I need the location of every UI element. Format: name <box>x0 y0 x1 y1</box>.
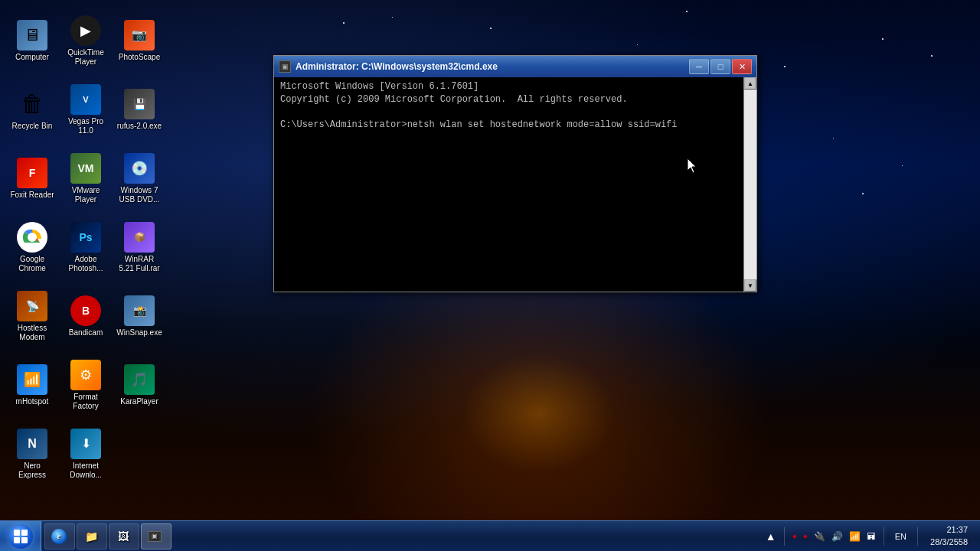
foxit-label: Foxit Reader <box>10 191 54 200</box>
desktop-icon-rufus[interactable]: 💾 rufus-2.0.exe <box>113 75 165 144</box>
taskbar-explorer-icon: 📁 <box>83 529 99 544</box>
desktop-icon-winsnap[interactable]: 📸 WinSnap.exe <box>113 282 165 350</box>
photoscape-label: PhotoScape <box>119 53 161 62</box>
mhotspot-icon: 📶 <box>17 364 47 395</box>
desktop-icon-mhotspot[interactable]: 📶 mHotspot <box>6 350 58 419</box>
desktop-icon-quicktime[interactable]: ▶ QuickTime Player <box>60 6 112 75</box>
taskbar-ie-icon: e <box>51 529 67 544</box>
desktop-icon-photoscape[interactable]: 📷 PhotoScape <box>113 6 165 75</box>
tray-storage-icon: 🖬 <box>865 531 877 542</box>
bandicam-icon: B <box>70 295 101 326</box>
taskbar-explorer-button[interactable]: 📁 <box>77 523 107 549</box>
mhotspot-label: mHotspot <box>16 397 49 406</box>
vmware-label: VMware Player <box>63 186 109 204</box>
language-indicator[interactable]: EN <box>890 532 911 541</box>
taskbar: e 📁 🖼 ▣ ▲ ● ● 🔌 🔊 📶 🖬 <box>0 520 980 551</box>
taskbar-media-button[interactable]: 🖼 <box>109 523 139 549</box>
recycle-icon: 🗑 <box>17 89 47 119</box>
taskbar-cmd-button[interactable]: ▣ <box>141 523 172 549</box>
format-label: Format Factory <box>63 393 109 411</box>
rufus-label: rufus-2.0.exe <box>117 122 162 131</box>
tray-wifi-icon[interactable]: 📶 <box>848 531 862 542</box>
desktop-icon-vmware[interactable]: VM VMware Player <box>60 144 112 213</box>
hostless-icon: 📡 <box>17 291 47 321</box>
clock-date: 28/3/2558 <box>930 536 968 548</box>
nero-label: Nero Express <box>9 461 55 480</box>
cmd-line2: Copyright (c) 2009 Microsoft Corporation… <box>280 93 735 106</box>
foxit-icon: F <box>17 158 47 188</box>
vegas-label: Vegas Pro 11.0 <box>63 117 109 135</box>
desktop-icon-format[interactable]: ⚙ Format Factory <box>60 350 112 419</box>
desktop-icon-photoshop[interactable]: Ps Adobe Photosh... <box>60 213 112 282</box>
recycle-label: Recycle Bin <box>12 122 53 131</box>
taskbar-media-icon: 🖼 <box>116 529 131 544</box>
winsnap-label: WinSnap.exe <box>116 328 162 337</box>
kara-icon: 🎵 <box>124 364 155 395</box>
desktop-icon-recycle[interactable]: 🗑 Recycle Bin <box>6 75 58 144</box>
tray-expand-button[interactable]: ▲ <box>764 530 778 543</box>
tray-divider1 <box>784 527 785 546</box>
tray-record2-icon: ● <box>802 532 809 540</box>
tray-network-icon[interactable]: 🔌 <box>812 531 827 542</box>
cmd-body[interactable]: ▲ ▼ Microsoft Windows [Version 6.1.7601]… <box>274 77 756 292</box>
cmd-minimize-button[interactable]: ─ <box>689 59 709 74</box>
desktop-icon-computer[interactable]: 🖥 Computer <box>6 6 58 75</box>
desktop: 🖥 Computer ▶ QuickTime Player 📷 PhotoSca… <box>0 0 980 551</box>
cmd-titlebar: ▣ Administrator: C:\Windows\system32\cmd… <box>274 56 756 77</box>
bandicam-label: Bandicam <box>69 328 103 337</box>
photoshop-icon: Ps <box>70 222 101 253</box>
cmd-content: Microsoft Windows [Version 6.1.7601] Cop… <box>280 80 750 132</box>
start-button[interactable] <box>0 521 41 552</box>
computer-icon: 🖥 <box>17 20 47 51</box>
desktop-icon-idownload[interactable]: ⬇ Internet Downlo... <box>60 419 112 488</box>
desktop-icon-winrar[interactable]: 📦 WinRAR 5.21 Full.rar <box>113 213 165 282</box>
desktop-icon-foxit[interactable]: F Foxit Reader <box>6 144 58 213</box>
tray-volume-icon[interactable]: 🔊 <box>830 531 844 542</box>
winsnap-icon: 📸 <box>124 295 155 326</box>
quicktime-icon: ▶ <box>70 15 101 46</box>
chrome-icon <box>17 222 47 253</box>
start-orb <box>8 524 33 549</box>
hostless-label: Hostless Modem <box>9 324 55 342</box>
rufus-icon: 💾 <box>124 89 155 119</box>
desktop-icon-kara[interactable]: 🎵 KaraPlayer <box>113 350 165 419</box>
desktop-icon-bandicam[interactable]: B Bandicam <box>60 282 112 350</box>
tray-divider3 <box>917 527 918 546</box>
desktop-icon-vegas[interactable]: V Vegas Pro 11.0 <box>60 75 112 144</box>
taskbar-ie-button[interactable]: e <box>44 523 75 549</box>
desktop-icon-win7dvd[interactable]: 💿 Windows 7 USB DVD... <box>113 144 165 213</box>
taskbar-items: e 📁 🖼 ▣ <box>41 521 758 551</box>
cmd-line3 <box>280 106 735 119</box>
vmware-icon: VM <box>70 153 101 184</box>
cmd-window[interactable]: ▣ Administrator: C:\Windows\system32\cmd… <box>273 55 757 292</box>
scroll-down-button[interactable]: ▼ <box>744 279 756 292</box>
photoshop-label: Adobe Photosh... <box>63 255 109 273</box>
idownload-icon: ⬇ <box>70 429 101 459</box>
quicktime-label: QuickTime Player <box>63 48 109 67</box>
winrar-label: WinRAR 5.21 Full.rar <box>116 255 162 273</box>
tray-divider2 <box>884 527 884 546</box>
system-tray: ▲ ● ● 🔌 🔊 📶 🖬 EN 21:37 28/3/2558 <box>758 521 980 551</box>
photoscape-icon: 📷 <box>124 20 155 51</box>
chrome-label: Google Chrome <box>9 255 55 273</box>
cmd-maximize-button[interactable]: □ <box>710 59 730 74</box>
desktop-icon-hostless[interactable]: 📡 Hostless Modem <box>6 282 58 350</box>
cmd-line1: Microsoft Windows [Version 6.1.7601] <box>280 80 735 93</box>
windows-logo-icon <box>14 530 28 543</box>
taskbar-cmd-icon: ▣ <box>148 531 162 542</box>
cmd-scrollbar[interactable]: ▲ ▼ <box>743 77 756 292</box>
scroll-up-button[interactable]: ▲ <box>744 77 756 90</box>
idownload-label: Internet Downlo... <box>63 461 109 480</box>
desktop-icon-nero[interactable]: N Nero Express <box>6 419 58 488</box>
desktop-icon-chrome[interactable]: Google Chrome <box>6 213 58 282</box>
scroll-track <box>744 90 756 279</box>
nero-icon: N <box>17 429 47 459</box>
cmd-line4: C:\Users\Administrator>netsh wlan set ho… <box>280 119 735 132</box>
cmd-close-button[interactable]: ✕ <box>732 59 752 74</box>
desktop-icons-grid: 🖥 Computer ▶ QuickTime Player 📷 PhotoSca… <box>0 0 168 520</box>
cmd-title-buttons: ─ □ ✕ <box>689 59 752 74</box>
system-clock[interactable]: 21:37 28/3/2558 <box>924 524 974 548</box>
clock-time: 21:37 <box>930 524 968 536</box>
vegas-icon: V <box>70 84 101 115</box>
cmd-title-text: Administrator: C:\Windows\system32\cmd.e… <box>296 61 684 72</box>
